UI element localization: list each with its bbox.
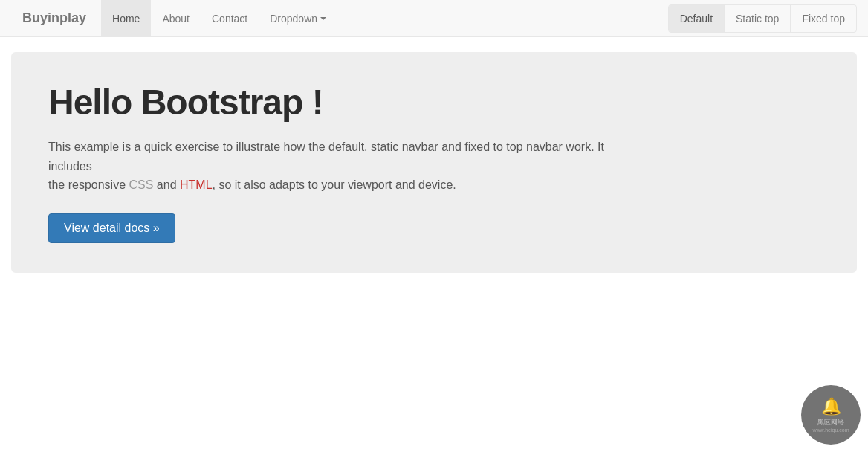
navbar: Buyinplay Home About Contact Dropdown De… [0, 0, 868, 37]
hero-description: This example is a quick exercise to illu… [48, 138, 613, 195]
nav-item-static-top[interactable]: Static top [725, 5, 791, 32]
chevron-down-icon [320, 17, 326, 20]
nav-item-home[interactable]: Home [101, 0, 151, 36]
navbar-brand[interactable]: Buyinplay [11, 0, 97, 36]
nav-item-default[interactable]: Default [669, 5, 725, 32]
nav-item-fixed-top[interactable]: Fixed top [791, 5, 856, 32]
view-docs-button[interactable]: View detail docs » [48, 213, 175, 243]
html-text: HTML [180, 178, 213, 191]
navbar-left: Buyinplay Home About Contact Dropdown [11, 0, 668, 36]
jumbotron: Hello Bootstrap ! This example is a quic… [11, 52, 857, 273]
hero-desc-text-2: the responsive CSS and HTML, so it also … [48, 178, 456, 191]
nav-item-contact[interactable]: Contact [201, 0, 259, 36]
hero-heading: Hello Bootstrap ! [48, 82, 820, 123]
dropdown-label: Dropdown [270, 13, 317, 25]
nav-item-about[interactable]: About [151, 0, 201, 36]
nav-item-dropdown[interactable]: Dropdown [259, 0, 337, 36]
hero-desc-text-1: This example is a quick exercise to illu… [48, 141, 604, 172]
navbar-right: Default Static top Fixed top [668, 4, 857, 33]
css-text: CSS [129, 178, 154, 191]
hero-wrapper: Hello Bootstrap ! This example is a quic… [0, 37, 868, 288]
